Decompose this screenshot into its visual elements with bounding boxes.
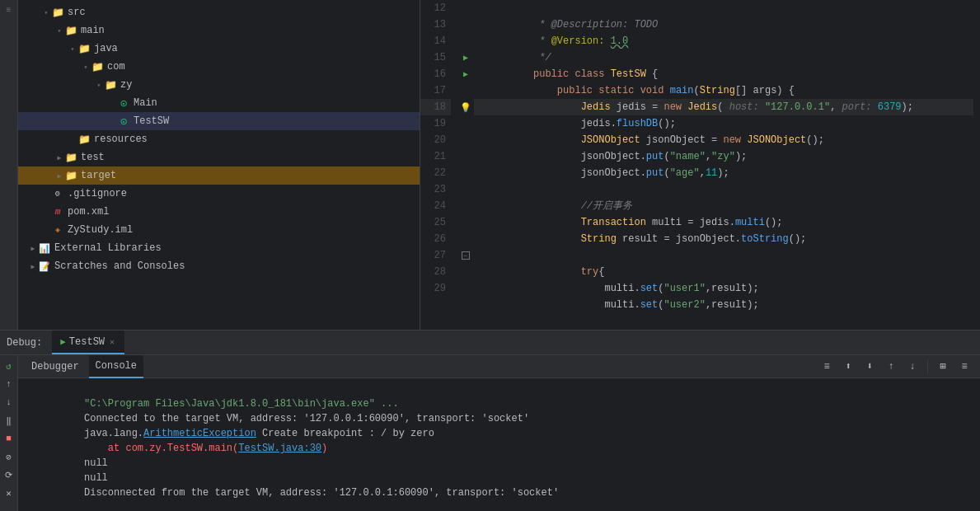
run-icon-16[interactable]: ▶ — [463, 69, 468, 79]
sub-tab-console[interactable]: Console — [89, 355, 143, 378]
debug-label: Debug: — [7, 337, 42, 349]
tree-item-java[interactable]: ▾ 📁 java — [18, 40, 420, 58]
tree-label-zy: zy — [120, 79, 132, 91]
line-num-20: 20 — [420, 132, 451, 148]
code-line-12: * @Description: TODO — [474, 0, 973, 16]
tree-item-gitignore[interactable]: ⚙ .gitignore — [18, 185, 420, 203]
debug-tab-testsw[interactable]: ▶ TestSW ✕ — [52, 331, 124, 354]
gutter-21 — [457, 148, 474, 165]
console-cmd-text: "C:\Program Files\Java\jdk1.8.0_181\bin\… — [84, 398, 399, 410]
line-num-15: 15 — [420, 49, 451, 66]
tree-item-target[interactable]: ▶ 📁 target — [18, 166, 420, 185]
gutter-25 — [457, 214, 474, 231]
console-null-1: null — [84, 457, 108, 469]
folder-open-icon-main: 📁 — [64, 24, 77, 37]
debug-tab-close[interactable]: ✕ — [108, 335, 116, 349]
line-num-17: 17 — [420, 82, 451, 99]
toolbar-btn-grid[interactable]: ⊞ — [934, 358, 952, 376]
debug-ban-btn[interactable]: ⊘ — [2, 449, 16, 464]
line-numbers: 12 13 14 15 16 17 18 19 20 21 22 23 24 2… — [420, 0, 457, 330]
scratches-icon: 📝 — [38, 260, 51, 273]
debug-stop-btn[interactable]: ■ — [2, 431, 16, 446]
tree-item-external-libs[interactable]: ▶ 📊 External Libraries — [18, 239, 420, 257]
java-main-icon: ⊙ — [117, 96, 130, 110]
tree-item-main[interactable]: ▾ 📁 main — [18, 21, 420, 40]
gutter-20 — [457, 132, 474, 148]
toolbar-btn-menu[interactable]: ≡ — [818, 358, 836, 376]
debug-up-btn[interactable]: ↑ — [2, 377, 16, 391]
console-null-2: null — [84, 472, 108, 484]
toolbar-btn-down-save[interactable]: ⬇ — [860, 358, 879, 376]
console-exception-suffix: Create breakpoint : / by zero — [256, 428, 434, 439]
tree-item-com[interactable]: ▾ 📁 com — [18, 58, 420, 76]
toolbar-btn-down2[interactable]: ↓ — [903, 358, 921, 376]
gutter-27: − — [457, 247, 474, 264]
debug-tab-label: TestSW — [69, 336, 105, 348]
debug-left-sidebar: ↺ ↑ ↓ ‖ ■ ⊘ ⟳ ✕ — [0, 355, 18, 511]
tree-item-test[interactable]: ▶ 📁 test — [18, 148, 420, 166]
code-line-27: try{ — [474, 247, 973, 264]
code-content: 12 13 14 15 16 17 18 19 20 21 22 23 24 2… — [420, 0, 980, 330]
tree-item-main-java[interactable]: ⊙ Main — [18, 94, 420, 112]
bulb-icon-18[interactable]: 💡 — [460, 102, 471, 113]
gutter-29 — [457, 280, 474, 297]
tree-item-testsw[interactable]: ⊙ TestSW — [18, 112, 420, 130]
pom-icon: m — [51, 205, 64, 218]
console-line-1: "C:\Program Files\Java\jdk1.8.0_181\bin\… — [25, 382, 973, 396]
gutter-24 — [457, 198, 474, 214]
tree-arrow-java: ▾ — [68, 44, 77, 54]
toolbar-btn-list[interactable]: ≡ — [955, 358, 973, 376]
folder-target-icon: 📁 — [64, 169, 77, 182]
left-strip: ≡ — [0, 0, 18, 330]
toolbar-separator — [927, 360, 928, 373]
tree-arrow-main-java — [107, 98, 117, 108]
tree-item-pom[interactable]: m pom.xml — [18, 203, 420, 221]
tree-arrow-resources — [68, 134, 77, 144]
gutter-22 — [457, 165, 474, 181]
fold-icon-27[interactable]: − — [462, 251, 470, 260]
debug-settings-btn[interactable]: ⟳ — [2, 467, 16, 482]
line-num-22: 22 — [420, 165, 451, 181]
tree-label-pom: pom.xml — [68, 206, 109, 218]
tree-item-iml[interactable]: ◈ ZyStudy.iml — [18, 221, 420, 239]
debug-down-btn[interactable]: ↓ — [2, 395, 16, 410]
debug-pause-btn[interactable]: ‖ — [2, 413, 16, 428]
gitignore-icon: ⚙ — [51, 187, 64, 200]
toolbar-btn-up2[interactable]: ↑ — [882, 358, 900, 376]
tree-item-zy[interactable]: ▾ 📁 zy — [18, 76, 420, 94]
sub-tab-console-label: Console — [96, 360, 137, 372]
structure-icon[interactable]: ≡ — [2, 3, 16, 16]
console-stack-link[interactable]: TestSW.java:30 — [238, 443, 321, 454]
gutter-19 — [457, 115, 474, 132]
gutter-16[interactable]: ▶ — [457, 66, 474, 82]
gutter-13 — [457, 16, 474, 33]
debug-rerun-btn[interactable]: ↺ — [2, 359, 16, 373]
tree-item-src[interactable]: ▾ 📁 src — [18, 3, 420, 21]
line-num-16: 16 — [420, 66, 451, 82]
tree-arrow-target: ▶ — [54, 171, 64, 180]
debug-close-btn[interactable]: ✕ — [2, 485, 16, 500]
tree-label-resources: resources — [94, 134, 148, 145]
sub-tab-debugger[interactable]: Debugger — [25, 355, 86, 378]
toolbar-btn-up-arrow[interactable]: ⬆ — [839, 358, 857, 376]
gutter-18: 💡 — [457, 99, 474, 115]
line-num-26: 26 — [420, 231, 451, 247]
code-editor: 12 13 14 15 16 17 18 19 20 21 22 23 24 2… — [420, 0, 980, 330]
console-exception-link[interactable]: ArithmeticException — [143, 428, 256, 439]
tree-arrow-com: ▾ — [81, 62, 91, 72]
line-num-25: 25 — [420, 214, 451, 231]
console-connected-text: Connected to the target VM, address: '12… — [84, 413, 529, 424]
line-num-28: 28 — [420, 264, 451, 280]
tree-label-java: java — [94, 43, 118, 54]
tree-label-src: src — [68, 7, 86, 18]
gutter-28 — [457, 264, 474, 280]
run-icon-15[interactable]: ▶ — [463, 53, 468, 63]
line-num-13: 13 — [420, 16, 451, 33]
gutter-15[interactable]: ▶ — [457, 49, 474, 66]
folder-open-icon-com: 📁 — [91, 60, 104, 73]
tree-item-scratches[interactable]: ▶ 📝 Scratches and Consoles — [18, 257, 420, 275]
tree-item-resources[interactable]: 📁 resources — [18, 130, 420, 148]
tree-arrow-pom — [41, 207, 51, 217]
java-testsw-icon: ⊙ — [117, 115, 130, 128]
code-lines[interactable]: * @Description: TODO * @Version: 1.0 */ … — [474, 0, 980, 330]
